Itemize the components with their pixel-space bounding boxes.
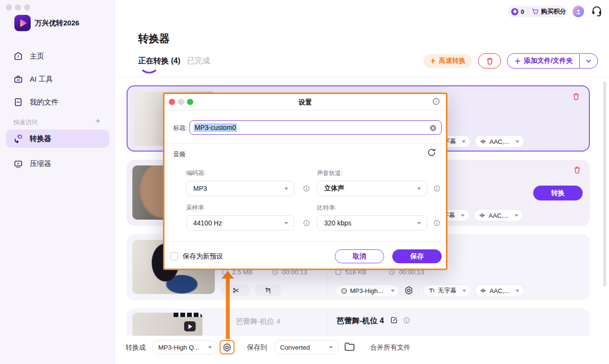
high-speed-convert-button[interactable]: 高速转换 [423, 54, 472, 68]
audio-select[interactable]: AAC,... [475, 284, 524, 297]
output-format-select[interactable]: MP3-High... [336, 284, 399, 297]
refresh-icon [427, 148, 436, 157]
help-button[interactable]: ? [432, 97, 440, 106]
add-files-button[interactable]: 添加文件/文件夹 [507, 53, 598, 69]
svg-text:AI: AI [17, 78, 20, 82]
cancel-button[interactable]: 取消 [335, 249, 384, 263]
sidebar-item-compressor[interactable]: 压缩器 [6, 154, 109, 173]
support-button[interactable] [591, 5, 603, 17]
window-zoom-button[interactable] [24, 4, 30, 11]
file-icon [13, 97, 23, 107]
chevron-down-icon [515, 214, 518, 217]
film-strip [174, 313, 202, 317]
crop-button[interactable] [255, 284, 281, 296]
sidebar-item-my-files[interactable]: 我的文件 [6, 93, 109, 111]
add-quick-access-icon[interactable]: ＋ [93, 116, 103, 126]
bitrate-info-button[interactable] [433, 219, 441, 227]
delete-all-button[interactable] [478, 53, 501, 69]
bitrate-select[interactable]: 320 kbps [317, 215, 427, 231]
save-preset-checkbox[interactable] [170, 252, 178, 260]
settings-dialog: 设置 ? 标题: MP3-custom0 音频 [163, 93, 447, 270]
tab-converting[interactable]: 正在转换 (4) [138, 56, 180, 66]
window-minimize-button[interactable] [15, 4, 21, 11]
trash-icon [572, 93, 580, 101]
divider [164, 143, 446, 144]
sidebar-item-converter[interactable]: 转换器 [6, 129, 109, 148]
app-title: 万兴优转2026 [35, 19, 79, 28]
row-settings-button[interactable] [404, 285, 414, 295]
global-format-select[interactable]: MP3-High Q... [152, 340, 218, 354]
edit-icon [390, 316, 398, 324]
trash-icon [573, 166, 581, 174]
tab-finished[interactable]: 已完成 [187, 56, 210, 66]
channel-select[interactable]: 立体声 [317, 181, 427, 196]
divider [115, 77, 609, 77]
waveform-icon [480, 138, 487, 145]
dialog-titlebar: 设置 ? [164, 94, 446, 110]
lightning-icon [430, 57, 436, 65]
info-icon [303, 219, 310, 227]
add-files-dropdown-button[interactable] [580, 58, 597, 65]
chevron-down-icon [462, 290, 466, 292]
open-folder-button[interactable] [344, 341, 355, 352]
credits-gem-icon [511, 8, 518, 15]
output-format-label: MP3-High... [350, 287, 383, 294]
info-button[interactable] [403, 317, 410, 324]
annotation-arrow-line [226, 278, 230, 339]
buy-credits-label: 购买积分 [541, 7, 566, 16]
delete-row-button[interactable] [573, 166, 581, 174]
clear-input-button[interactable] [429, 124, 437, 132]
sidebar-item-ai-tools[interactable]: AI AI 工具 [6, 70, 109, 88]
trash-icon [486, 57, 494, 65]
chevron-down-icon [208, 346, 212, 349]
info-icon [303, 185, 310, 192]
page-title: 转换器 [138, 32, 170, 46]
output-file-name: 芭蕾舞-机位 4 [337, 316, 384, 326]
encoder-info-button[interactable] [303, 185, 310, 192]
save-to-label: 保存到 [247, 343, 267, 352]
convert-button[interactable]: 转换 [533, 186, 583, 200]
format-settings-button[interactable] [220, 340, 234, 354]
sidebar-item-home[interactable]: 主页 [6, 47, 109, 65]
encoder-label: 编码器: [186, 169, 206, 177]
sample-rate-select[interactable]: 44100 Hz [186, 215, 294, 231]
cart-icon [531, 8, 539, 15]
subtitle-select[interactable]: 无字幕 [423, 284, 471, 297]
credits-count: 0 [521, 8, 524, 15]
save-button[interactable]: 保存 [392, 249, 442, 263]
audio-select[interactable]: AAC,... [474, 209, 523, 222]
chevron-down-icon [515, 290, 519, 292]
credits-chip[interactable]: 0 购买积分 [507, 6, 567, 17]
channel-info-button[interactable] [433, 185, 441, 192]
help-icon: ? [432, 97, 440, 106]
info-icon [433, 185, 441, 192]
sidebar: 万兴优转2026 主页 AI AI 工具 我的文件 快速访问 ＋ [0, 0, 115, 364]
reset-button[interactable] [427, 148, 436, 157]
svg-text:?: ? [435, 100, 437, 104]
bitrate-label: 比特率: [317, 204, 337, 212]
audio-select-label: AAC,... [489, 212, 508, 219]
scissors-icon [232, 287, 240, 294]
bitrate-value: 320 kbps [324, 219, 351, 227]
high-speed-label: 高速转换 [439, 57, 466, 65]
encoder-select[interactable]: MP3 [186, 181, 294, 196]
scrollbar[interactable] [603, 82, 606, 287]
audio-select[interactable]: AAC,... [475, 135, 524, 148]
headset-icon [591, 5, 603, 17]
avatar[interactable] [573, 6, 584, 17]
divider [527, 9, 528, 15]
add-files-label: 添加文件/文件夹 [524, 57, 573, 65]
chevron-down-icon [585, 58, 592, 65]
active-tab-underline [141, 69, 157, 75]
rename-button[interactable] [390, 316, 398, 324]
title-input[interactable]: MP3-custom0 [189, 120, 442, 135]
sample-rate-info-button[interactable] [303, 219, 310, 227]
global-format-label: MP3-High Q... [158, 344, 199, 351]
merge-files-label: 合并所有文件 [370, 343, 410, 352]
play-icon[interactable] [184, 321, 196, 331]
delete-row-button[interactable] [572, 93, 580, 101]
save-location-select[interactable]: Converted [274, 340, 339, 354]
window-close-button[interactable] [6, 4, 12, 11]
converter-icon [13, 134, 23, 143]
audio-select-label: AAC,... [490, 138, 509, 145]
